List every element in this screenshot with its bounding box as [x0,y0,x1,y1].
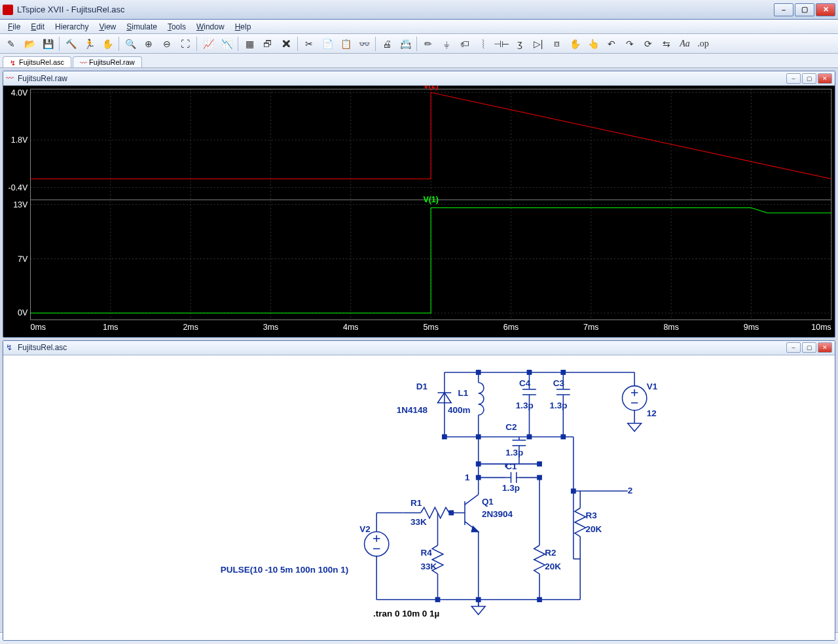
menu-edit[interactable]: Edit [26,21,50,33]
net-label-1[interactable]: 1 [465,472,470,482]
toolbar-separator [118,37,119,51]
component-label-r2[interactable]: R2 [545,547,556,557]
waveform-icon: 〰 [6,74,15,83]
component-value-r1[interactable]: 33K [410,517,427,527]
diode-icon[interactable]: ▷| [530,36,547,52]
redo-icon[interactable]: ↷ [621,36,638,52]
move-icon[interactable]: ✋ [566,36,583,52]
drag-icon[interactable]: 👆 [585,36,602,52]
subwin-maximize-button[interactable]: ▢ [802,73,816,84]
tile-icon[interactable]: ▦ [241,36,258,52]
component-label-q1[interactable]: Q1 [482,497,494,507]
schematic-titlebar[interactable]: ↯ FujitsuRel.asc – ▢ ✕ [3,341,835,355]
component-value-c1[interactable]: 1.3p [502,483,520,493]
schematic-tab-icon: ↯ [10,59,16,65]
svg-rect-41 [527,370,531,374]
waveform-plot-area[interactable]: 4.0V 1.8V -0.4V 13V 7V 0V V(2) V(1) 0ms1… [3,86,835,337]
component-label-d1[interactable]: D1 [416,381,428,391]
menu-view[interactable]: View [94,21,121,33]
component-value-q1[interactable]: 2N3904 [482,509,513,518]
component-label-c2[interactable]: C2 [505,422,517,432]
spice-directive[interactable]: .tran 0 10m 0 1µ [373,609,439,618]
halt-icon[interactable]: ✋ [99,36,116,52]
label-net-icon[interactable]: 🏷 [456,36,473,52]
save-button[interactable]: 💾 [39,36,56,52]
ytick-label: 7V [18,255,28,264]
spice-directive-icon[interactable]: .op [695,36,712,52]
search-icon[interactable]: 👓 [355,36,373,52]
component-value-v1[interactable]: 12 [647,408,657,418]
net-label-2[interactable]: 2 [628,486,633,495]
menu-hierarchy[interactable]: Hierarchy [50,21,94,33]
zoom-in-icon[interactable]: 🔍 [122,36,139,52]
open-button[interactable]: 📂 [21,36,38,52]
component-label-c3[interactable]: C3 [553,378,564,387]
print-icon[interactable]: 🖨 [378,36,395,52]
menu-simulate[interactable]: Simulate [121,21,162,33]
paste-icon[interactable]: 📋 [337,36,354,52]
component-label-v1[interactable]: V1 [647,381,658,391]
pick-visible-icon[interactable]: 📉 [218,36,235,52]
menu-help[interactable]: Help [230,21,257,33]
window-close-button[interactable]: ✕ [816,3,835,16]
run-button[interactable]: 🏃 [81,36,98,52]
window-maximize-button[interactable]: ▢ [795,3,814,16]
inductor-icon[interactable]: ʒ [511,36,528,52]
xtick-label: 8ms [663,323,679,332]
component-label-r1[interactable]: R1 [410,498,422,508]
tab-schematic[interactable]: ↯ FujitsuRel.asc [3,56,71,67]
copy-icon[interactable]: 📄 [319,36,336,52]
component-value-d1[interactable]: 1N4148 [397,405,428,415]
component-icon[interactable]: ⧈ [548,36,565,52]
window-minimize-button[interactable]: – [774,3,793,16]
trace-label-v1[interactable]: V(1) [423,195,439,204]
draw-wire-icon[interactable]: ✏ [420,36,437,52]
menu-tools[interactable]: Tools [162,21,191,33]
tab-waveform[interactable]: 〰 FujitsuRel.raw [73,56,142,67]
subwin-maximize-button[interactable]: ▢ [802,342,816,353]
trace-label-v2[interactable]: V(2) [423,86,439,90]
rotate-icon[interactable]: ⟳ [640,36,657,52]
component-label-r3[interactable]: R3 [586,510,597,520]
text-icon[interactable]: Aa [676,36,693,52]
capacitor-icon[interactable]: ⊣⊢ [493,36,510,52]
toolbar-separator [238,37,238,51]
component-value-c3[interactable]: 1.3p [550,400,568,410]
subwin-minimize-button[interactable]: – [786,73,801,84]
schematic-canvas[interactable]: V1 12 D1 1N4148 L1 400m [3,355,835,640]
component-value-l1[interactable]: 400m [448,405,470,415]
component-label-l1[interactable]: L1 [458,388,469,398]
component-value-r3[interactable]: 20K [586,524,602,533]
zoom-pan-icon[interactable]: ⊕ [140,36,157,52]
subwin-minimize-button[interactable]: – [786,342,801,353]
component-value-c4[interactable]: 1.3p [516,400,534,410]
subwin-close-button[interactable]: ✕ [818,342,832,353]
mirror-icon[interactable]: ⇆ [658,36,675,52]
component-value-v2[interactable]: PULSE(10 -10 5m 100n 100n 1) [221,564,348,574]
component-label-v2[interactable]: V2 [359,524,370,533]
print-setup-icon[interactable]: 📇 [397,36,414,52]
waveform-titlebar[interactable]: 〰 FujitsuRel.raw – ▢ ✕ [3,71,835,86]
zoom-out-icon[interactable]: ⊖ [158,36,175,52]
autorange-icon[interactable]: 📈 [200,36,217,52]
menu-window[interactable]: Window [191,21,230,33]
component-label-c4[interactable]: C4 [519,378,531,387]
hammer-icon[interactable]: 🔨 [62,36,79,52]
zoom-fit-icon[interactable]: ⛶ [177,36,194,52]
resistor-icon[interactable]: ⦚ [475,36,492,52]
new-schematic-button[interactable]: ✎ [3,36,20,52]
cut-icon[interactable]: ✂ [301,36,318,52]
xtick-label: 6ms [503,323,519,332]
component-value-r2[interactable]: 20K [545,561,561,571]
ground-icon[interactable]: ⏚ [438,36,455,52]
menu-file[interactable]: File [3,21,26,33]
undo-icon[interactable]: ↶ [603,36,620,52]
component-value-c2[interactable]: 1.3p [505,448,523,457]
subwin-close-button[interactable]: ✕ [818,73,832,84]
component-value-r4[interactable]: 33K [421,561,437,571]
close-window-icon[interactable]: 🗙 [278,36,295,52]
component-label-r4[interactable]: R4 [421,547,433,557]
cascade-icon[interactable]: 🗗 [259,36,276,52]
component-label-c1[interactable]: C1 [505,461,517,471]
schematic-window: ↯ FujitsuRel.asc – ▢ ✕ [3,340,835,641]
